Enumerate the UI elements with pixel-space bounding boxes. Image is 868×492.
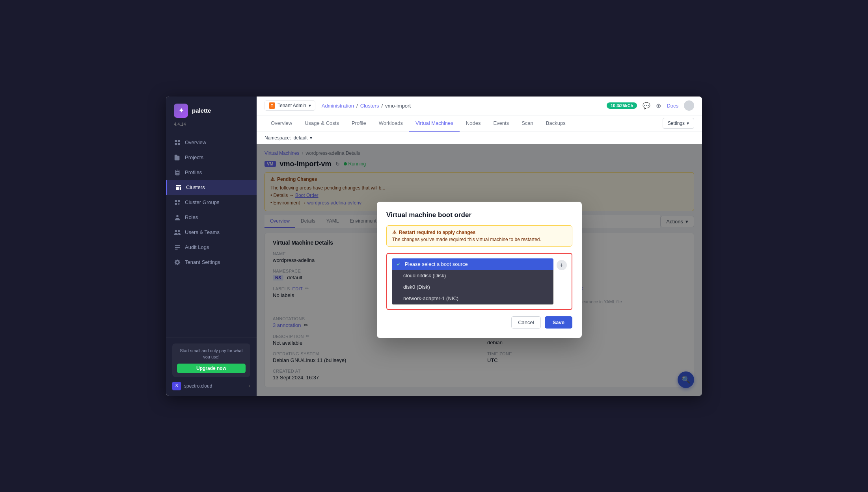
cancel-button[interactable]: Cancel	[511, 316, 540, 329]
dropdown-option-disk0[interactable]: disk0 (Disk)	[392, 281, 553, 293]
remove-boot-source-button[interactable]: +	[557, 260, 567, 270]
modal-footer: Cancel Save	[386, 316, 572, 329]
tab-workloads[interactable]: Workloads	[373, 115, 409, 132]
tab-nodes[interactable]: Nodes	[460, 115, 487, 132]
check-icon: ✓	[397, 261, 401, 267]
sidebar-item-users-teams[interactable]: Users & Teams	[166, 225, 257, 240]
sidebar-item-clusters[interactable]: Clusters	[166, 180, 257, 195]
namespace-chevron-icon: ▾	[310, 135, 312, 141]
user-avatar[interactable]	[684, 100, 694, 111]
breadcrumb-current: vmo-import	[385, 103, 411, 109]
boot-source-dropdown[interactable]: ✓ Please select a boot source	[392, 258, 553, 270]
docs-link[interactable]: Docs	[667, 103, 678, 109]
tenant-name: Tenant Admin	[278, 103, 306, 108]
sidebar-nav: Overview Projects Profiles Clusters Clus…	[166, 132, 257, 338]
chat-icon[interactable]: 💬	[643, 102, 650, 110]
tenant-selector[interactable]: T Tenant Admin ▾	[264, 100, 315, 111]
dropdown-option-network-adapter[interactable]: network-adapter-1 (NIC)	[392, 293, 553, 304]
sidebar-item-label: Roles	[185, 214, 198, 220]
tenant-chevron-icon: ▾	[309, 103, 311, 108]
audit-logs-icon	[174, 244, 181, 251]
page-header: Overview Usage & Costs Profile Workloads…	[257, 115, 702, 132]
settings-button[interactable]: Settings ▾	[663, 118, 694, 129]
help-icon[interactable]: ⊕	[656, 102, 661, 110]
cluster-groups-icon	[174, 199, 181, 206]
dropdown-options: cloudinitdisk (Disk) disk0 (Disk) networ…	[392, 270, 553, 304]
tab-scan[interactable]: Scan	[515, 115, 540, 132]
cluster-bar: Namespace: default ▾	[257, 132, 702, 144]
namespace-label: Namespace:	[264, 135, 291, 141]
profiles-icon	[174, 169, 181, 176]
sidebar-item-label: Users & Teams	[185, 229, 220, 235]
upgrade-card-text: Start small and only pay for what you us…	[177, 347, 246, 360]
sidebar-item-label: Clusters	[186, 184, 205, 190]
tenant-icon: T	[269, 102, 275, 109]
modal-warning-title: ⚠ Restart required to apply changes	[392, 230, 566, 235]
sidebar-item-tenant-settings[interactable]: Tenant Settings	[166, 255, 257, 270]
dropdown-wrapper: ✓ Please select a boot source cloudinitd…	[392, 258, 553, 304]
sidebar-item-label: Tenant Settings	[185, 259, 220, 265]
breadcrumb-clusters[interactable]: Clusters	[360, 103, 379, 109]
settings-chevron-icon: ▾	[687, 121, 689, 126]
users-teams-icon	[174, 229, 181, 236]
topbar-right: 10.3/25kCh 💬 ⊕ Docs	[607, 100, 694, 111]
overview-icon	[174, 139, 181, 146]
tab-profile[interactable]: Profile	[345, 115, 373, 132]
credit-badge: 10.3/25kCh	[607, 102, 637, 109]
clusters-icon	[175, 184, 182, 191]
sidebar-item-projects[interactable]: Projects	[166, 150, 257, 165]
sidebar-item-label: Cluster Groups	[185, 199, 219, 205]
boot-order-area: ✓ Please select a boot source cloudinitd…	[386, 253, 572, 310]
sidebar-logo: ✦ palette	[166, 97, 257, 122]
warning-triangle-icon: ⚠	[392, 230, 397, 235]
modal-warning-body: The changes you've made required this vi…	[392, 237, 566, 242]
topbar: T Tenant Admin ▾ Administration / Cluste…	[257, 97, 702, 115]
spectro-icon: S	[172, 382, 181, 390]
sidebar-item-profiles[interactable]: Profiles	[166, 165, 257, 180]
sidebar-item-overview[interactable]: Overview	[166, 135, 257, 150]
sidebar-item-audit-logs[interactable]: Audit Logs	[166, 240, 257, 255]
sidebar-item-label: Profiles	[185, 169, 202, 175]
tab-usage-costs[interactable]: Usage & Costs	[298, 115, 345, 132]
namespace-selector[interactable]: Namespace: default ▾	[264, 135, 312, 141]
logo-icon: ✦	[174, 104, 188, 118]
modal-warning: ⚠ Restart required to apply changes The …	[386, 225, 572, 247]
upgrade-card: Start small and only pay for what you us…	[172, 343, 250, 377]
tab-events[interactable]: Events	[487, 115, 515, 132]
boot-order-row: ✓ Please select a boot source cloudinitd…	[392, 258, 567, 304]
dropdown-option-cloudinitdisk[interactable]: cloudinitdisk (Disk)	[392, 270, 553, 281]
upgrade-button[interactable]: Upgrade now	[177, 364, 246, 373]
sidebar-item-cluster-groups[interactable]: Cluster Groups	[166, 195, 257, 210]
page-tabs: Overview Usage & Costs Profile Workloads…	[264, 115, 572, 132]
logo-text: palette	[192, 107, 211, 114]
breadcrumb: Administration / Clusters / vmo-import	[322, 103, 411, 109]
content-area: Virtual Machines › wordpress-adelina Det…	[257, 144, 702, 396]
sidebar-item-label: Projects	[185, 154, 203, 160]
namespace-value: default	[293, 135, 307, 141]
version-text: 4.4.14	[166, 122, 257, 132]
breadcrumb-separator: /	[381, 103, 383, 109]
sidebar: ✦ palette 4.4.14 Overview Projects Profi…	[166, 97, 257, 396]
spectro-cloud: S spectro.cloud ‹	[172, 382, 250, 390]
spectro-label: spectro.cloud	[184, 383, 212, 389]
projects-icon	[174, 154, 181, 161]
sidebar-item-label: Overview	[185, 139, 206, 145]
modal-title: Virtual machine boot order	[386, 211, 572, 219]
main-content: T Tenant Admin ▾ Administration / Cluste…	[257, 97, 702, 396]
collapse-sidebar-button[interactable]: ‹	[249, 383, 250, 389]
tab-backups[interactable]: Backups	[540, 115, 572, 132]
roles-icon	[174, 214, 181, 221]
tab-overview[interactable]: Overview	[264, 115, 298, 132]
dropdown-selected-label: Please select a boot source	[405, 261, 468, 267]
breadcrumb-separator: /	[356, 103, 358, 109]
tab-virtual-machines[interactable]: Virtual Machines	[409, 115, 460, 132]
breadcrumb-administration[interactable]: Administration	[322, 103, 354, 109]
settings-label: Settings	[668, 121, 685, 126]
sidebar-bottom: Start small and only pay for what you us…	[166, 338, 257, 396]
boot-order-modal: Virtual machine boot order ⚠ Restart req…	[377, 202, 582, 338]
modal-overlay[interactable]: Virtual machine boot order ⚠ Restart req…	[257, 144, 702, 396]
sidebar-item-roles[interactable]: Roles	[166, 210, 257, 225]
save-button[interactable]: Save	[545, 316, 572, 329]
tenant-settings-icon	[174, 259, 181, 266]
sidebar-item-label: Audit Logs	[185, 244, 209, 250]
